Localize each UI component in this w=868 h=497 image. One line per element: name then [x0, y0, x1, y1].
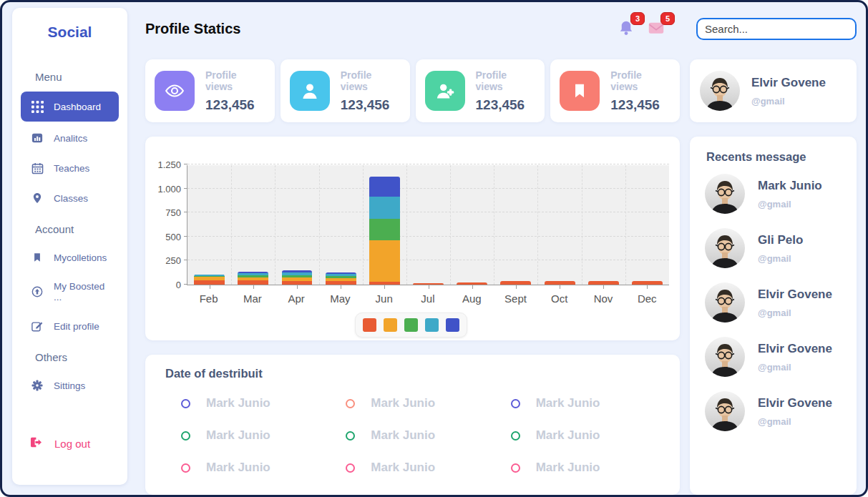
bookmark-icon: [31, 251, 44, 264]
bar-segment-red: [588, 281, 619, 285]
x-tick-label: Apr: [275, 292, 318, 305]
messages-button[interactable]: 5: [648, 19, 666, 38]
distribute-label: Mark Junio: [206, 428, 270, 443]
bar-segment-teal: [369, 197, 400, 219]
bar-segment-red: [282, 281, 313, 285]
stat-label: Profile views: [476, 69, 536, 92]
chart-y-axis: 02505007501.0001.250: [152, 165, 187, 285]
radio-circle-icon[interactable]: [181, 463, 190, 473]
radio-circle-icon[interactable]: [181, 399, 190, 408]
stacked-bar: [500, 281, 531, 285]
distribute-item[interactable]: Mark Junio: [165, 428, 330, 443]
x-tick-label: Oct: [537, 292, 581, 305]
user-name: Elvir Govene: [751, 76, 826, 90]
sidebar-item-label: Mycolletions: [54, 252, 107, 263]
radio-circle-icon[interactable]: [346, 431, 355, 441]
sidebar-item-mycolletions[interactable]: Mycolletions: [21, 244, 119, 271]
y-tick-label: 1.000: [157, 184, 181, 195]
radio-circle-icon[interactable]: [346, 399, 355, 408]
x-tick-label: Jun: [362, 292, 406, 305]
stacked-bar: [588, 281, 619, 285]
distribute-label: Mark Junio: [536, 396, 600, 410]
x-tick-label: Dec: [625, 292, 669, 305]
stat-value: 123,456: [610, 97, 670, 113]
right-column: Elvir Govene @gmail Recents message Mark…: [690, 59, 857, 495]
radio-circle-icon[interactable]: [511, 399, 520, 408]
legend-swatch-amber: [384, 318, 397, 332]
bar-slot-feb: [187, 165, 231, 285]
bar-segment-red: [238, 280, 268, 285]
sidebar-item-label: Teaches: [54, 163, 89, 174]
edit-icon: [31, 320, 44, 333]
y-tick-label: 1.250: [157, 159, 181, 170]
radio-circle-icon[interactable]: [346, 463, 355, 473]
bar-slot-oct: [538, 165, 582, 285]
sidebar-item-dashboard[interactable]: Dashboard: [21, 92, 119, 122]
recent-message-item[interactable]: Elvir Govene @gmail: [701, 337, 846, 377]
distribute-label: Mark Junio: [536, 461, 600, 475]
radio-circle-icon[interactable]: [511, 463, 520, 473]
sidebar-item-analitcs[interactable]: Analitcs: [21, 124, 119, 152]
distribute-label: Mark Junio: [371, 461, 435, 475]
user-avatar: [705, 174, 745, 214]
bell-count-badge: 3: [630, 12, 645, 25]
sidebar-item-edit-profile[interactable]: Edit profile: [21, 313, 119, 340]
logout-button[interactable]: Log out: [19, 429, 120, 471]
chart-x-axis: FebMarAprMayJunJulAugSeptOctNovDec: [187, 292, 669, 305]
y-tick-label: 750: [165, 207, 181, 218]
legend-swatch-red: [363, 318, 376, 332]
bar-segment-blue: [369, 177, 400, 197]
recent-message-item[interactable]: Mark Junio @gmail: [701, 174, 846, 214]
bar-segment-red: [413, 283, 444, 285]
radio-circle-icon[interactable]: [511, 431, 520, 441]
stacked-bar: [545, 281, 575, 285]
distribute-item[interactable]: Mark Junio: [165, 396, 330, 410]
stacked-bar: [413, 283, 444, 285]
stat-label: Profile views: [205, 69, 265, 92]
distribute-item[interactable]: Mark Junio: [495, 428, 660, 443]
bar-segment-red: [500, 281, 531, 285]
date-of-distribute-card: Date of destribuit Mark Junio Mark Junio…: [145, 355, 680, 495]
stat-card-views-1: Profile views 123,456: [145, 59, 275, 122]
sidebar-item-my-boosted[interactable]: My Boosted ...: [21, 274, 119, 310]
distribute-item[interactable]: Mark Junio: [495, 461, 660, 475]
sidebar-item-teaches[interactable]: Teaches: [21, 154, 119, 182]
y-tick-label: 250: [165, 255, 181, 266]
gear-icon: [31, 379, 44, 392]
bar-segment-red: [632, 281, 663, 285]
distribute-item[interactable]: Mark Junio: [495, 396, 660, 410]
sidebar-item-classes[interactable]: Classes: [21, 184, 119, 212]
bar-slot-mar: [231, 165, 275, 285]
current-user-card[interactable]: Elvir Govene @gmail: [690, 59, 857, 122]
recent-message-item[interactable]: Elvir Govene @gmail: [701, 282, 846, 323]
plot-area: [187, 165, 669, 285]
recent-handle: @gmail: [758, 253, 803, 264]
recent-message-item[interactable]: Gli Pelo @gmail: [701, 228, 846, 268]
search-input[interactable]: [696, 18, 857, 40]
distribute-label: Mark Junio: [536, 428, 600, 443]
chart-legend: [355, 313, 467, 338]
stat-label: Profile views: [341, 69, 401, 92]
stat-label: Profile views: [610, 69, 670, 92]
stat-card-views-2: Profile views 123,456: [281, 59, 410, 122]
recent-message-item[interactable]: Elvir Govene @gmail: [701, 391, 846, 431]
radio-circle-icon[interactable]: [181, 431, 190, 441]
distribute-item[interactable]: Mark Junio: [330, 461, 494, 475]
distribute-label: Mark Junio: [206, 461, 270, 475]
distribute-item[interactable]: Mark Junio: [330, 396, 494, 410]
stacked-bar: [194, 275, 225, 285]
user-plus-icon: [425, 71, 465, 111]
stat-card-views-3: Profile views 123,456: [416, 59, 545, 122]
notifications-bell-button[interactable]: 3: [618, 19, 636, 38]
x-tick-label: Feb: [187, 292, 230, 305]
distribute-item[interactable]: Mark Junio: [330, 428, 494, 443]
bar-segment-red: [369, 282, 400, 285]
distribute-item[interactable]: Mark Junio: [165, 461, 330, 475]
sidebar-item-sittings[interactable]: Sittings: [21, 372, 119, 399]
recent-handle: @gmail: [758, 307, 832, 318]
stat-value: 123,456: [205, 97, 265, 113]
y-tick-label: 500: [165, 232, 181, 242]
bar-segment-red: [457, 282, 487, 285]
bar-segment-red: [545, 281, 575, 285]
sidebar-item-label: Dashboard: [54, 102, 101, 112]
